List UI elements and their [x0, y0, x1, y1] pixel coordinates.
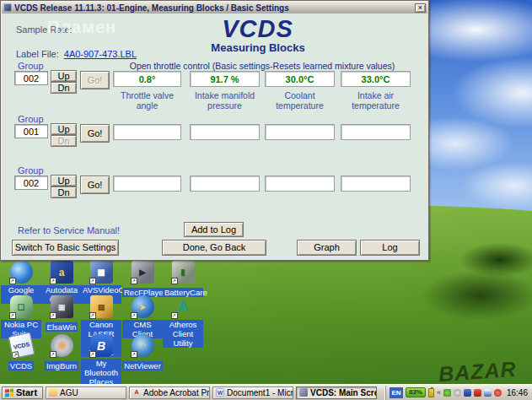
chevron-icon[interactable]: «	[437, 386, 441, 399]
basic-settings-header: Open throttle control (Basic settings-Re…	[110, 61, 414, 71]
language-indicator[interactable]: EN	[390, 387, 403, 398]
close-icon[interactable]: ×	[415, 3, 426, 13]
desktop-icon-bluetooth[interactable]: B↗ My Bluetooth Places	[81, 334, 121, 388]
tray-icon-blue-shield[interactable]	[464, 389, 471, 397]
measure-field	[341, 176, 411, 192]
atheros-icon: A↗	[172, 295, 195, 318]
vcds-shortcut-icon: VCDS↗	[8, 332, 35, 359]
field-label: Intake manifoldpressure	[190, 90, 260, 111]
vcds-app-icon	[3, 3, 12, 12]
desktop-icon-atheros[interactable]: A↗ Atheros Client Utility	[163, 295, 203, 349]
measure-field: 91.7 %	[190, 71, 260, 87]
tray-icon-red-shield[interactable]	[474, 389, 481, 397]
measure-field: 0.8°	[113, 71, 181, 87]
refer-service-manual-text: Refer to Service Manual!	[18, 225, 120, 235]
taskbar-task-vcds[interactable]: VCDS: Main Screen	[296, 386, 377, 399]
acrobat-icon: A	[132, 388, 141, 397]
imgburn-icon: ↗	[51, 334, 73, 357]
measure-field: 33.0°C	[341, 71, 411, 87]
tray-icon-antivirus[interactable]	[484, 389, 492, 397]
start-button[interactable]: Start	[2, 386, 43, 399]
group-label-3: Group	[18, 165, 44, 176]
taskbar-task-acrobat[interactable]: A Adobe Acrobat Professio...	[129, 386, 210, 399]
field-label: Intake airtemperature	[341, 90, 411, 111]
desktop: Пламен BAZAR VCDS Release 11.11.3: 01-En…	[0, 0, 532, 400]
group-input-1[interactable]	[14, 71, 48, 85]
elsawin-icon: ▣↗	[51, 295, 73, 318]
measure-field	[113, 176, 181, 192]
measure-field	[265, 176, 335, 192]
label-file-link[interactable]: 4A0-907-473.LBL	[64, 49, 137, 59]
label-file-row: Label File:4A0-907-473.LBL	[16, 49, 137, 59]
group3-dn-button[interactable]: Dn	[51, 186, 77, 198]
tray-icon-green[interactable]	[443, 389, 451, 397]
cms-client-icon: ➤↗	[132, 295, 154, 318]
taskbar-clock: 16:46	[504, 388, 530, 397]
tray-icon-gray[interactable]	[454, 389, 461, 397]
vcds-window: VCDS Release 11.11.3: 01-Engine, Measuri…	[0, 0, 429, 261]
taskbar: Start AGU A Adobe Acrobat Professio... W…	[0, 384, 532, 400]
bluetooth-icon: B↗	[90, 334, 113, 357]
battery-icon[interactable]	[428, 388, 434, 397]
measure-field	[190, 176, 260, 192]
nokia-pc-suite-icon: ◻↗	[10, 295, 33, 318]
group3-up-button[interactable]: Up	[51, 175, 77, 186]
vcds-logo: VCDS	[188, 15, 327, 43]
desktop-icon-netviewer[interactable]: ◠↗ NetViewer	[122, 334, 163, 372]
done-go-back-button[interactable]: Done, Go Back	[162, 240, 266, 256]
group2-up-button[interactable]: Up	[51, 123, 77, 135]
taskbar-task-word[interactable]: W Document1 - Microsoft ...	[212, 386, 293, 399]
google-earth-icon: ↗	[10, 261, 33, 284]
screen-subtitle: Measuring Blocks	[174, 41, 342, 54]
word-icon: W	[216, 388, 224, 397]
titlebar[interactable]: VCDS Release 11.11.3: 01-Engine, Measuri…	[2, 2, 427, 14]
group1-go-button: Go!	[80, 71, 110, 89]
desktop-icon-vcds[interactable]: VCDS↗ VCDS	[1, 334, 41, 372]
field-label: Throttle valveangle	[113, 90, 181, 111]
window-title: VCDS Release 11.11.3: 01-Engine, Measuri…	[14, 3, 415, 13]
graph-button[interactable]: Graph	[297, 240, 357, 256]
group2-dn-button: Dn	[51, 135, 77, 147]
avs-video-icon: ▦↗	[90, 261, 113, 284]
group-input-3[interactable]	[14, 176, 48, 190]
desktop-icon-imgburn[interactable]: ↗ ImgBurn	[41, 334, 82, 372]
taskbar-task-agu[interactable]: AGU	[46, 386, 126, 399]
system-tray: EN 83% « 16:46	[385, 386, 530, 400]
measure-field	[341, 124, 411, 140]
desktop-icon-recfplayer[interactable]: ▶↗ RecFPlayer	[122, 261, 163, 299]
battery-indicator[interactable]: 83%	[406, 387, 426, 397]
group-input-2[interactable]	[14, 124, 48, 138]
log-button[interactable]: Log	[360, 240, 420, 256]
measure-field: 30.0°C	[265, 71, 335, 87]
tray-icon-red-circle[interactable]	[494, 389, 502, 397]
measure-field	[265, 124, 335, 140]
folder-icon	[49, 388, 57, 397]
measure-field	[113, 124, 181, 140]
desktop-icon-elsawin[interactable]: ▣↗ ElsaWin	[41, 295, 82, 333]
wallpaper-bush	[422, 270, 532, 321]
desktop-icon-batterycare[interactable]: ▮↗ BatteryCare	[163, 261, 203, 299]
group-label-1: Group	[18, 61, 44, 71]
measure-field	[190, 124, 260, 140]
batterycare-icon: ▮↗	[172, 261, 195, 284]
watermark-top: Пламен	[47, 18, 116, 37]
group-label-2: Group	[18, 114, 44, 124]
recfplayer-icon: ▶↗	[132, 261, 154, 284]
group1-up-button[interactable]: Up	[51, 70, 77, 82]
label-file-label: Label File:	[16, 49, 59, 59]
group1-dn-button[interactable]: Dn	[51, 82, 77, 94]
switch-basic-settings-button[interactable]: Switch To Basic Settings	[12, 240, 119, 256]
field-label: Coolanttemperature	[265, 90, 335, 111]
group3-go-button[interactable]: Go!	[80, 176, 110, 194]
add-to-log-button[interactable]: Add to Log	[184, 222, 244, 237]
autodata-icon: a↗	[51, 261, 73, 284]
netviewer-icon: ◠↗	[132, 334, 154, 357]
canon-laser-icon: ▤↗	[90, 295, 113, 318]
windows-flag-icon	[5, 388, 13, 397]
group2-go-button[interactable]: Go!	[80, 124, 110, 143]
vcds-task-icon	[299, 388, 308, 397]
